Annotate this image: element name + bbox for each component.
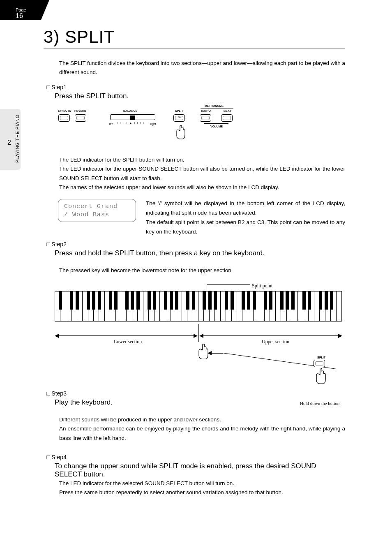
step3-head: Step3 <box>46 390 345 397</box>
lower-section-label: Lower section <box>112 339 143 345</box>
metronome-label: METRONOME <box>205 104 224 107</box>
volume-label: VOLUME <box>210 125 223 128</box>
split-label: SPLIT <box>175 109 183 112</box>
lower-section-arrow <box>58 335 194 336</box>
hand-icon-split-button <box>314 368 327 386</box>
section-number: 2 <box>7 139 11 146</box>
beat-label: BEAT <box>224 109 231 112</box>
step4: Step4 To change the upper sound while SP… <box>46 454 345 479</box>
lcd-line1: Concert Grand <box>64 203 136 211</box>
tempo-button <box>200 114 211 122</box>
lcd-side-a: The '/' symbol will be displayed in the … <box>146 199 345 218</box>
split-button-graphic <box>314 360 325 367</box>
step3-body: Different sounds will be produced in the… <box>46 415 345 443</box>
split-button-figure: SPLIT <box>314 356 325 367</box>
page-label: Page <box>16 7 26 12</box>
split-point-label: Split point <box>252 283 272 289</box>
metronome-rule <box>201 109 233 109</box>
lcd-line2: / Wood Bass <box>64 211 136 219</box>
step4-head: Step4 <box>46 454 345 460</box>
step2-instruction: Press and hold the SPLIT button, then pr… <box>55 249 345 257</box>
step1: Step1 Press the SPLIT button. <box>46 84 345 100</box>
control-panel-figure: EFFECTS REVERB BALANCE left | | | | ▲ | … <box>57 107 246 148</box>
split-button: ON <box>173 114 185 122</box>
step1-head: Step1 <box>46 84 345 90</box>
step4-body-a: The LED indicator for the selected SOUND… <box>59 479 345 488</box>
step2-body: The pressed key will become the lowermos… <box>59 267 345 273</box>
lcd-display: Concert Grand / Wood Bass <box>58 199 136 222</box>
balance-right-label: right <box>150 123 156 125</box>
balance-ticks: | | | | ▲ | | | | <box>118 122 145 124</box>
intro-text: The SPLIT function divides the keyboard … <box>59 59 345 77</box>
step4-body-b: Press the same button repeatedly to sele… <box>59 488 345 497</box>
step3-body-b: An ensemble performance can be enjoyed b… <box>59 424 345 443</box>
keyboard-graphic <box>55 291 342 321</box>
step1-instruction: Press the SPLIT button. <box>55 92 345 100</box>
step1-body-c: The names of the selected upper and lowe… <box>59 183 345 192</box>
split-divider <box>198 324 199 342</box>
step3-body-a: Different sounds will be produced in the… <box>59 415 345 424</box>
step4-body: The LED indicator for the selected SOUND… <box>46 479 345 497</box>
keyboard-figure: Split point Lower section Upper section … <box>55 280 342 395</box>
page-tab-shape <box>41 0 49 20</box>
split-label-line <box>207 284 250 285</box>
balance-label: BALANCE <box>123 109 137 112</box>
step1-body-b: The LED indicator for the upper SOUND SE… <box>59 164 345 183</box>
reverb-label: REVERB <box>74 109 86 112</box>
title-block: 3) SPLIT <box>44 29 345 49</box>
step2-head: Step2 <box>46 241 345 247</box>
split-button-label: SPLIT <box>316 356 327 359</box>
volume-rule <box>204 123 228 124</box>
balance-left-label: left <box>109 123 113 125</box>
step1-body-a: The LED indicator for the SPLIT button w… <box>59 155 345 164</box>
reverb-button <box>75 114 86 122</box>
beat-button <box>221 114 233 122</box>
page-number: 16 <box>16 12 23 20</box>
section-label: PLAYING THE PIANO <box>15 114 20 163</box>
effects-button <box>58 114 70 122</box>
balance-slider <box>110 114 155 120</box>
lcd-row: Concert Grand / Wood Bass The '/' symbol… <box>46 199 345 237</box>
lcd-side-b: The default split point is set between B… <box>146 218 345 237</box>
hold-button-caption: Hold down the button. <box>300 401 341 406</box>
press-key-arrow <box>211 353 223 354</box>
lcd-side-text: The '/' symbol will be displayed in the … <box>146 199 345 237</box>
page-title: 3) SPLIT <box>44 27 115 47</box>
effects-label: EFFECTS <box>58 109 71 112</box>
step4-instruction: To change the upper sound while SPLIT mo… <box>55 462 345 479</box>
upper-section-arrow <box>203 335 339 336</box>
split-label-leader <box>207 284 207 291</box>
split-on-indicator: ON <box>175 116 184 118</box>
tempo-label: TEMPO <box>201 109 211 112</box>
upper-section-label: Upper section <box>260 339 291 345</box>
step2: Step2 Press and hold the SPLIT button, t… <box>46 241 345 257</box>
step1-body: The LED indicator for the SPLIT button w… <box>46 155 345 192</box>
hand-icon <box>174 125 187 141</box>
